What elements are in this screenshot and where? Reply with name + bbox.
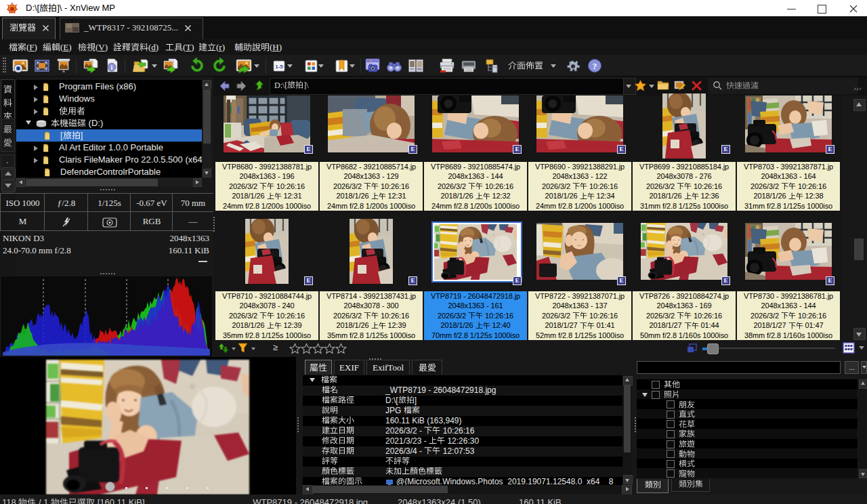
svg-text:i: i bbox=[111, 64, 113, 71]
svg-text:1-5: 1-5 bbox=[275, 64, 283, 70]
svg-text:?: ? bbox=[593, 61, 597, 71]
